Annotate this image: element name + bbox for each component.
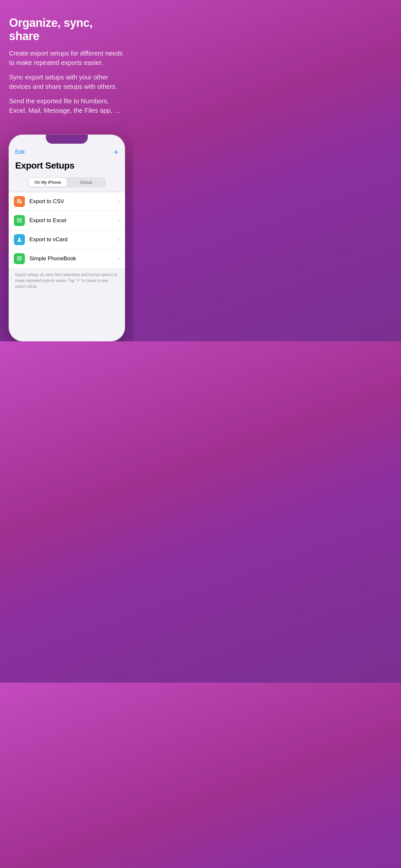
csv-label: Export to CSV bbox=[29, 198, 118, 205]
phonebook-chevron: › bbox=[118, 256, 120, 261]
csv-icon bbox=[14, 196, 25, 207]
edit-button[interactable]: Edit bbox=[15, 149, 25, 155]
nav-bar: Edit + bbox=[9, 144, 125, 159]
phonebook-icon bbox=[14, 253, 25, 264]
phone-mockup-wrapper: Edit + Export Setups On My iPhone iCloud bbox=[0, 135, 134, 341]
footer-note-container: Export setups do save field selections a… bbox=[9, 268, 125, 299]
hero-title: Organize, sync, share bbox=[9, 16, 125, 43]
svg-rect-16 bbox=[17, 256, 22, 257]
hero-section: Organize, sync, share Create export setu… bbox=[0, 0, 134, 125]
svg-rect-3 bbox=[18, 202, 19, 202]
list-item[interactable]: Simple PhoneBook › bbox=[9, 249, 125, 268]
svg-point-14 bbox=[19, 238, 21, 240]
excel-label: Export to Excel bbox=[29, 217, 118, 224]
list-item[interactable]: Export to Excel › bbox=[9, 211, 125, 230]
screen-bottom-space bbox=[9, 299, 125, 338]
excel-chevron: › bbox=[118, 218, 120, 223]
list-item[interactable]: Export to vCard › bbox=[9, 230, 125, 249]
segmented-control-wrapper: On My iPhone iCloud bbox=[9, 175, 125, 192]
page-title: Export Setups bbox=[15, 160, 74, 170]
hero-paragraph-2: Sync export setups with your other devic… bbox=[9, 73, 125, 91]
add-button[interactable]: + bbox=[114, 148, 119, 156]
svg-rect-5 bbox=[20, 202, 21, 202]
svg-rect-6 bbox=[20, 202, 21, 203]
vcard-label: Export to vCard bbox=[29, 237, 118, 243]
svg-rect-2 bbox=[18, 200, 20, 201]
hero-paragraph-3: Send the exported file to Numbers, Excel… bbox=[9, 97, 125, 115]
nav-title-container: Export Setups bbox=[9, 159, 125, 175]
svg-rect-1 bbox=[18, 199, 20, 200]
footer-note-text: Export setups do save field selections a… bbox=[15, 272, 119, 289]
hero-paragraph-1: Create export setups for different needs… bbox=[9, 49, 125, 67]
phone-screen: Edit + Export Setups On My iPhone iCloud bbox=[9, 135, 125, 341]
phone-notch bbox=[46, 135, 88, 144]
segment-icloud[interactable]: iCloud bbox=[67, 178, 105, 187]
svg-rect-9 bbox=[17, 218, 22, 219]
svg-rect-7 bbox=[20, 203, 21, 203]
list-item[interactable]: Export to CSV › bbox=[9, 192, 125, 211]
vcard-icon bbox=[14, 234, 25, 245]
segment-on-my-iphone[interactable]: On My iPhone bbox=[29, 178, 67, 187]
csv-chevron: › bbox=[118, 198, 120, 205]
hero-body: Create export setups for different needs… bbox=[9, 49, 125, 115]
vcard-chevron: › bbox=[118, 237, 120, 243]
export-setups-list: Export to CSV › bbox=[9, 192, 125, 268]
excel-icon bbox=[14, 215, 25, 226]
segmented-control: On My iPhone iCloud bbox=[28, 177, 105, 187]
phone-mockup: Edit + Export Setups On My iPhone iCloud bbox=[9, 135, 125, 341]
phonebook-label: Simple PhoneBook bbox=[29, 255, 118, 262]
